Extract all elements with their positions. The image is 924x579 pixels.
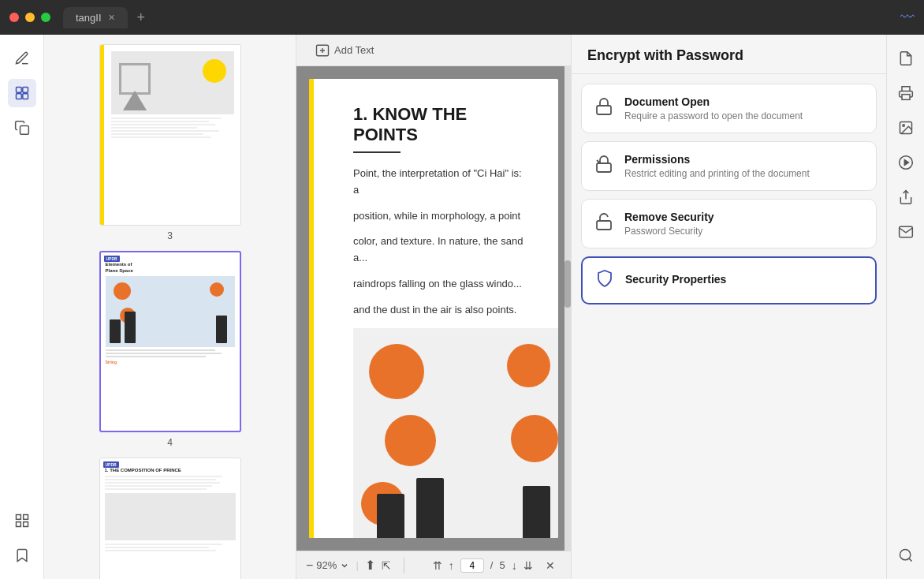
grid-tool-icon[interactable]: [8, 506, 36, 535]
image-export-button[interactable]: [892, 114, 920, 142]
doc-paragraph-3: color, and texture. In nature, the sand …: [353, 233, 527, 267]
page-first-icon[interactable]: ⇈: [433, 559, 442, 572]
zoom-controls: − 92% | ⬆ ⇱: [306, 558, 391, 573]
add-tab-button[interactable]: +: [134, 9, 149, 26]
scroll-thumb[interactable]: [564, 260, 571, 308]
close-bottom-icon[interactable]: ✕: [546, 559, 555, 572]
tab-label: tangII: [76, 12, 102, 24]
bottom-toolbar: − 92% | ⬆ ⇱ ⇈ ↑ / 5 ↓ ⇊ ✕: [296, 551, 571, 579]
left-sidebar: [0, 35, 44, 579]
close-button[interactable]: [9, 13, 19, 22]
bookmark-tool-icon[interactable]: [8, 541, 36, 570]
maximize-button[interactable]: [41, 13, 50, 22]
add-text-button[interactable]: Add Text: [309, 40, 380, 61]
print-button[interactable]: [892, 79, 920, 107]
titlebar: tangII ✕ + 〰: [0, 0, 924, 35]
svg-rect-13: [597, 221, 611, 230]
main-layout: 3 UPDB Elements of Plane Space: [0, 35, 924, 579]
svg-rect-8: [23, 522, 28, 527]
svg-rect-14: [902, 95, 910, 100]
page-3-number: 3: [167, 230, 173, 241]
scrollbar[interactable]: [564, 66, 571, 551]
zoom-dropdown-icon[interactable]: [340, 561, 349, 570]
document-open-icon: [594, 97, 613, 120]
save-pdf-button[interactable]: [892, 44, 920, 73]
tab-close-icon[interactable]: ✕: [108, 13, 115, 23]
permissions-title: Permissions: [624, 153, 810, 166]
permissions-option[interactable]: Permissions Restrict editing and printin…: [581, 141, 877, 191]
page-prev-icon[interactable]: ↑: [449, 559, 454, 572]
svg-point-20: [900, 550, 910, 560]
document-page: 1. KNOW THE POINTS Point, the interpreta…: [309, 79, 558, 538]
document-open-title: Document Open: [624, 95, 803, 108]
svg-rect-2: [16, 94, 21, 99]
svg-rect-4: [20, 126, 28, 135]
remove-security-text: Remove Security Password Security: [624, 211, 714, 237]
doc-toolbar: Add Text: [296, 35, 571, 66]
layers-tool-icon[interactable]: [8, 79, 36, 107]
security-properties-option[interactable]: Security Properties: [581, 256, 877, 304]
thumbnail-page-5[interactable]: UPDB 1. THE COMPOSITION OF PRINCE: [54, 458, 286, 579]
page-last-icon[interactable]: ⇊: [523, 559, 533, 572]
svg-rect-11: [597, 163, 611, 172]
page-separator: /: [490, 559, 494, 571]
edit-tool-icon[interactable]: [8, 44, 36, 73]
svg-marker-18: [904, 160, 908, 166]
minimize-button[interactable]: [25, 13, 35, 22]
email-button[interactable]: [892, 218, 920, 246]
add-text-label: Add Text: [334, 44, 374, 56]
current-page-input[interactable]: [460, 558, 484, 573]
document-open-text: Document Open Require a password to open…: [624, 95, 803, 121]
tab-tangii[interactable]: tangII ✕: [63, 7, 128, 28]
page-next-icon[interactable]: ↓: [512, 559, 517, 572]
remove-security-desc: Password Security: [624, 226, 714, 237]
encrypt-panel-title: Encrypt with Password: [572, 35, 886, 74]
remove-security-title: Remove Security: [624, 211, 714, 223]
remove-security-option[interactable]: Remove Security Password Security: [581, 199, 877, 248]
thumbnail-page-3[interactable]: 3: [54, 44, 286, 241]
doc-paragraph-1: Point, the interpretation of "Ci Hai" is…: [353, 166, 527, 199]
share-button[interactable]: [892, 183, 920, 211]
permissions-desc: Restrict editing and printing of the doc…: [624, 168, 810, 179]
zoom-out-icon[interactable]: −: [306, 558, 313, 573]
copy-tool-icon[interactable]: [8, 114, 36, 142]
document-open-option[interactable]: Document Open Require a password to open…: [581, 84, 877, 133]
svg-rect-3: [22, 94, 28, 99]
doc-underline: [353, 151, 401, 153]
thumbnail-page-4[interactable]: UPDB Elements of Plane Space: [54, 251, 286, 448]
document-open-desc: Require a password to open the document: [624, 110, 803, 121]
security-properties-icon: [595, 269, 614, 292]
wavy-icon: 〰: [900, 9, 915, 26]
encrypt-panel: Encrypt with Password Document Open Requ…: [571, 35, 886, 579]
traffic-lights: [9, 13, 50, 22]
svg-rect-7: [16, 522, 20, 527]
svg-rect-6: [23, 515, 28, 520]
search-button[interactable]: [892, 541, 920, 570]
zoom-divider: |: [356, 559, 358, 571]
svg-rect-0: [16, 88, 21, 93]
svg-point-16: [902, 125, 904, 127]
svg-rect-1: [22, 88, 28, 93]
right-toolbar: [886, 35, 924, 579]
doc-paragraph-4: raindrops falling on the glass windo...: [353, 276, 527, 293]
total-pages: 5: [499, 559, 505, 571]
page-4-number: 4: [167, 437, 173, 448]
zoom-fit-icon[interactable]: ⇱: [382, 559, 391, 572]
play-button[interactable]: [892, 148, 920, 177]
document-area: Add Text 1. KNOW THE POINTS Point, the i…: [296, 35, 571, 579]
svg-rect-5: [16, 515, 20, 520]
yellow-bar: [309, 79, 314, 538]
security-properties-title: Security Properties: [625, 273, 726, 286]
thumbnails-panel: 3 UPDB Elements of Plane Space: [44, 35, 296, 579]
permissions-text: Permissions Restrict editing and printin…: [624, 153, 810, 179]
permissions-icon: [594, 155, 613, 177]
svg-line-21: [908, 558, 911, 562]
doc-heading: 1. KNOW THE POINTS: [353, 104, 527, 145]
doc-paragraph-5: and the dust in the air is also points.: [353, 302, 527, 319]
security-properties-text: Security Properties: [625, 273, 726, 288]
svg-rect-10: [597, 106, 611, 114]
doc-illustration: [353, 328, 558, 538]
text-icon: [315, 43, 330, 58]
tab-bar: tangII ✕ +: [63, 7, 900, 28]
zoom-in-icon[interactable]: ⬆: [365, 558, 375, 573]
